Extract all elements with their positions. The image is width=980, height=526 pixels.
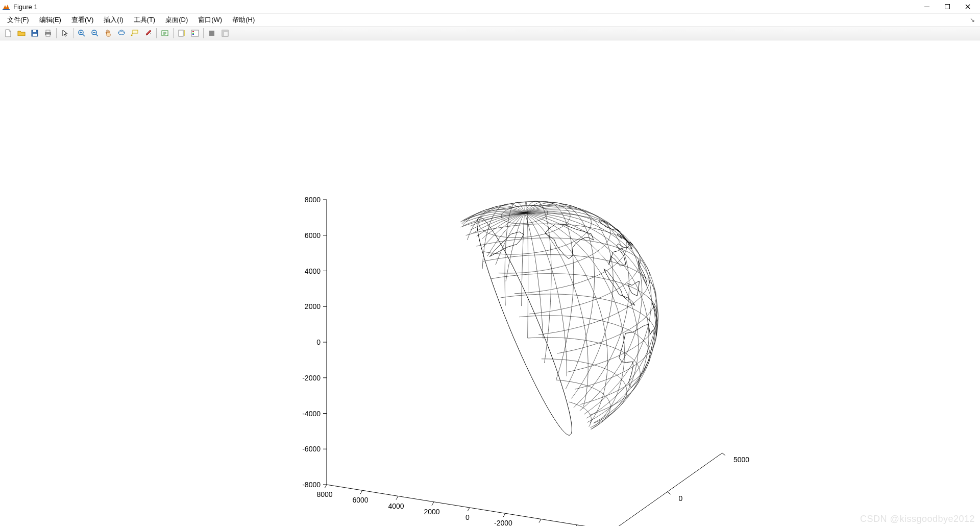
svg-rect-15 xyxy=(179,30,183,36)
z-tick-label: 2000 xyxy=(305,302,321,310)
hide-plot-tools-button[interactable] xyxy=(206,27,218,39)
toolbar-separator xyxy=(173,28,174,38)
data-cursor-icon xyxy=(131,29,139,37)
svg-line-48 xyxy=(722,453,725,456)
open-button[interactable] xyxy=(15,27,28,39)
x-tick-label: 8000 xyxy=(316,490,332,498)
svg-point-13 xyxy=(131,35,133,36)
toolbar xyxy=(0,27,980,40)
show-plot-tools-button[interactable] xyxy=(219,27,231,39)
zoom-in-icon xyxy=(78,29,86,37)
maximize-button[interactable] xyxy=(937,0,958,13)
rotate3d-icon xyxy=(117,29,126,37)
close-button[interactable] xyxy=(958,0,978,13)
menubar-corner-icon[interactable]: ↘ xyxy=(970,16,978,23)
y-tick-label: 0 xyxy=(679,494,683,503)
pointer-icon xyxy=(61,29,69,37)
brush-button[interactable] xyxy=(142,27,154,39)
figure-canvas[interactable]: -8000-6000-4000-200002000400060008000 80… xyxy=(0,40,980,526)
svg-line-27 xyxy=(612,453,722,526)
titlebar: Figure 1 xyxy=(0,0,980,14)
x-tick-label: 0 xyxy=(465,513,470,521)
svg-rect-19 xyxy=(192,33,194,34)
svg-line-43 xyxy=(539,519,541,523)
colorbar-button[interactable] xyxy=(176,27,188,39)
svg-rect-8 xyxy=(46,34,50,36)
svg-rect-4 xyxy=(33,30,36,32)
menu-desktop[interactable]: 桌面(D) xyxy=(160,14,193,26)
menu-help[interactable]: 帮助(H) xyxy=(227,14,260,26)
stop-icon xyxy=(208,29,216,37)
z-tick-label: -2000 xyxy=(302,374,321,382)
minimize-icon xyxy=(924,4,930,10)
pan-button[interactable] xyxy=(102,27,114,39)
rotate3d-button[interactable] xyxy=(115,27,128,39)
brush-icon xyxy=(144,29,152,37)
svg-line-47 xyxy=(668,492,671,494)
z-tick-label: 8000 xyxy=(305,196,321,204)
svg-line-26 xyxy=(327,485,612,526)
dock-icon xyxy=(221,29,229,37)
save-button[interactable] xyxy=(29,27,41,39)
toolbar-separator xyxy=(73,28,74,38)
menubar: 文件(F) 编辑(E) 查看(V) 插入(I) 工具(T) 桌面(D) 窗口(W… xyxy=(0,14,980,27)
new-file-icon xyxy=(4,29,12,37)
menu-window[interactable]: 窗口(W) xyxy=(193,14,227,26)
toolbar-separator xyxy=(156,28,157,38)
z-tick-label: 4000 xyxy=(305,267,321,275)
zoom-out-button[interactable] xyxy=(89,27,101,39)
x-tick-label: 2000 xyxy=(424,508,439,516)
minimize-button[interactable] xyxy=(917,0,937,13)
save-icon xyxy=(31,29,39,37)
svg-line-40 xyxy=(432,502,434,506)
pointer-button[interactable] xyxy=(59,27,71,39)
menu-tools[interactable]: 工具(T) xyxy=(129,14,161,26)
svg-rect-21 xyxy=(209,31,214,36)
svg-rect-23 xyxy=(222,30,224,36)
toolbar-separator xyxy=(203,28,204,38)
axes-3d[interactable]: -8000-6000-4000-200002000400060008000 80… xyxy=(0,40,980,526)
svg-rect-12 xyxy=(133,30,138,33)
app-icon xyxy=(2,3,10,11)
link-button[interactable] xyxy=(159,27,171,39)
x-tick-label: -2000 xyxy=(494,519,512,526)
svg-rect-16 xyxy=(184,30,185,36)
insert-legend-icon xyxy=(191,29,199,37)
close-icon xyxy=(965,4,971,10)
watermark: CSDN @kissgoodbye2012 xyxy=(860,514,975,524)
open-folder-icon xyxy=(17,29,26,37)
data-cursor-button[interactable] xyxy=(129,27,141,39)
maximize-icon xyxy=(944,4,950,10)
x-tick-label: 4000 xyxy=(388,502,404,510)
svg-rect-18 xyxy=(192,31,194,32)
z-tick-label: -8000 xyxy=(302,481,321,489)
new-file-button[interactable] xyxy=(2,27,14,39)
print-icon xyxy=(44,29,52,37)
x-tick-label: 6000 xyxy=(352,496,368,504)
print-button[interactable] xyxy=(42,27,54,39)
zoom-out-icon xyxy=(91,29,99,37)
z-tick-label: 6000 xyxy=(305,231,321,240)
pan-icon xyxy=(104,29,112,37)
menu-file[interactable]: 文件(F) xyxy=(2,14,34,26)
svg-rect-20 xyxy=(192,34,194,35)
svg-rect-24 xyxy=(224,30,228,32)
window-title: Figure 1 xyxy=(13,3,38,11)
svg-rect-7 xyxy=(46,30,50,32)
menu-insert[interactable]: 插入(I) xyxy=(99,14,128,26)
zoom-in-button[interactable] xyxy=(76,27,88,39)
toolbar-separator xyxy=(56,28,57,38)
svg-rect-2 xyxy=(945,5,950,9)
z-tick-label: -6000 xyxy=(302,445,321,453)
link-icon xyxy=(161,29,169,37)
svg-line-39 xyxy=(396,496,398,500)
z-tick-label: 0 xyxy=(316,338,321,346)
legend-button[interactable] xyxy=(189,27,201,39)
menu-view[interactable]: 查看(V) xyxy=(66,14,99,26)
svg-rect-5 xyxy=(33,34,37,36)
svg-line-42 xyxy=(503,513,505,517)
svg-line-41 xyxy=(468,508,470,511)
z-tick-label: -4000 xyxy=(302,410,321,418)
menu-edit[interactable]: 编辑(E) xyxy=(34,14,66,26)
svg-rect-1 xyxy=(924,7,929,7)
